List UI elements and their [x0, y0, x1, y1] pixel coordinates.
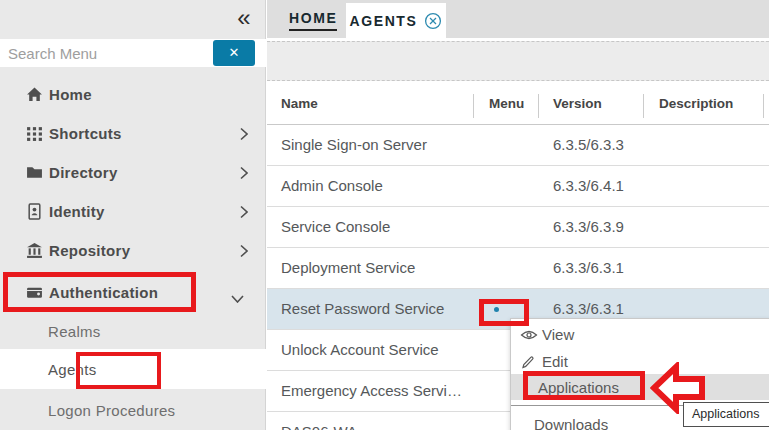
tab-bar: [267, 0, 769, 38]
context-menu-label: Applications: [538, 379, 619, 396]
sidebar-item-logon-procedures[interactable]: Logon Procedures: [0, 391, 266, 430]
sidebar-item-label: Logon Procedures: [48, 402, 175, 419]
chevron-down-icon: [231, 295, 244, 303]
agent-name: DAS06-WA: [281, 412, 357, 430]
bank-icon: [26, 242, 43, 259]
column-header-version[interactable]: Version: [553, 96, 602, 111]
sidebar-item-label: Home: [49, 86, 92, 103]
id-card-icon: [26, 203, 43, 220]
sidebar-item-label: Agents: [48, 361, 97, 378]
wallet-icon: [26, 284, 43, 301]
row-menu-dot-icon[interactable]: [494, 307, 499, 312]
column-header-name[interactable]: Name: [281, 96, 318, 111]
table-row[interactable]: Admin Console 6.3.3/6.4.1: [267, 166, 769, 207]
sidebar-item-home[interactable]: Home: [0, 75, 266, 114]
app-window: « ✕ Home Shortcuts Directory Identity Re…: [0, 0, 769, 430]
chevron-right-icon: [240, 127, 248, 140]
tooltip-text: Applications: [692, 407, 759, 421]
sidebar-item-identity[interactable]: Identity: [0, 192, 266, 231]
agent-name: Unlock Account Service: [281, 330, 439, 370]
sidebar-collapse-icon[interactable]: «: [230, 4, 258, 32]
search-clear-button[interactable]: ✕: [213, 40, 255, 66]
tab-close-icon[interactable]: [424, 12, 442, 30]
agent-name: Admin Console: [281, 166, 383, 206]
column-header-menu[interactable]: Menu: [489, 96, 524, 111]
agent-name: Single Sign-on Server: [281, 125, 427, 165]
agent-version: 6.3.3/6.4.1: [553, 166, 624, 206]
chevron-right-icon: [240, 244, 248, 257]
sidebar-item-shortcuts[interactable]: Shortcuts: [0, 114, 266, 153]
grid-icon: [26, 125, 43, 142]
toolbar-dropzone: [267, 41, 769, 81]
table-row[interactable]: Single Sign-on Server 6.3.5/6.3.3: [267, 125, 769, 166]
sidebar-item-agents[interactable]: Agents: [0, 350, 266, 389]
sidebar-item-label: Identity: [49, 203, 105, 220]
table-row[interactable]: Deployment Service 6.3.3/6.3.1: [267, 248, 769, 289]
context-menu-label: Downloads: [534, 416, 608, 430]
eye-icon: [520, 328, 538, 342]
column-separator: [538, 94, 539, 118]
context-menu-item-edit[interactable]: Edit: [511, 348, 769, 375]
sidebar-item-directory[interactable]: Directory: [0, 153, 266, 192]
agent-name: Deployment Service: [281, 248, 415, 288]
tooltip: Applications: [683, 402, 769, 427]
column-separator: [643, 94, 644, 118]
context-menu-label: View: [542, 326, 574, 343]
table-row[interactable]: Service Console 6.3.3/6.3.9: [267, 207, 769, 248]
sidebar-item-repository[interactable]: Repository: [0, 231, 266, 270]
agent-version: 6.3.3/6.3.9: [553, 207, 624, 247]
agent-version: 6.3.5/6.3.3: [553, 125, 624, 165]
context-menu-item-view[interactable]: View: [511, 321, 769, 348]
sidebar-item-label: Shortcuts: [49, 125, 122, 142]
context-menu-label: Edit: [542, 353, 568, 370]
tab-agents[interactable]: AGENTS: [346, 3, 446, 38]
sidebar-item-label: Directory: [49, 164, 118, 181]
sidebar-item-label: Realms: [48, 323, 101, 340]
sidebar-item-realms[interactable]: Realms: [0, 312, 266, 351]
sidebar-item-label: Repository: [49, 242, 130, 259]
chevron-right-icon: [240, 166, 248, 179]
home-icon: [26, 86, 43, 103]
pencil-icon: [520, 355, 538, 369]
agent-name: Reset Password Service: [281, 289, 444, 329]
chevron-right-icon: [240, 205, 248, 218]
sidebar-item-authentication[interactable]: Authentication: [0, 273, 266, 312]
agent-version: 6.3.3/6.3.1: [553, 248, 624, 288]
column-separator: [763, 94, 764, 118]
context-menu-item-applications[interactable]: Applications: [511, 374, 769, 400]
column-header-description[interactable]: Description: [659, 96, 733, 111]
agent-name: Emergency Access Servi…: [281, 371, 462, 411]
tab-home[interactable]: HOME: [289, 10, 337, 31]
column-separator: [473, 94, 474, 118]
folder-icon: [26, 164, 43, 181]
agent-name: Service Console: [281, 207, 390, 247]
tab-agents-label: AGENTS: [350, 13, 418, 29]
sidebar-item-label: Authentication: [49, 284, 158, 301]
